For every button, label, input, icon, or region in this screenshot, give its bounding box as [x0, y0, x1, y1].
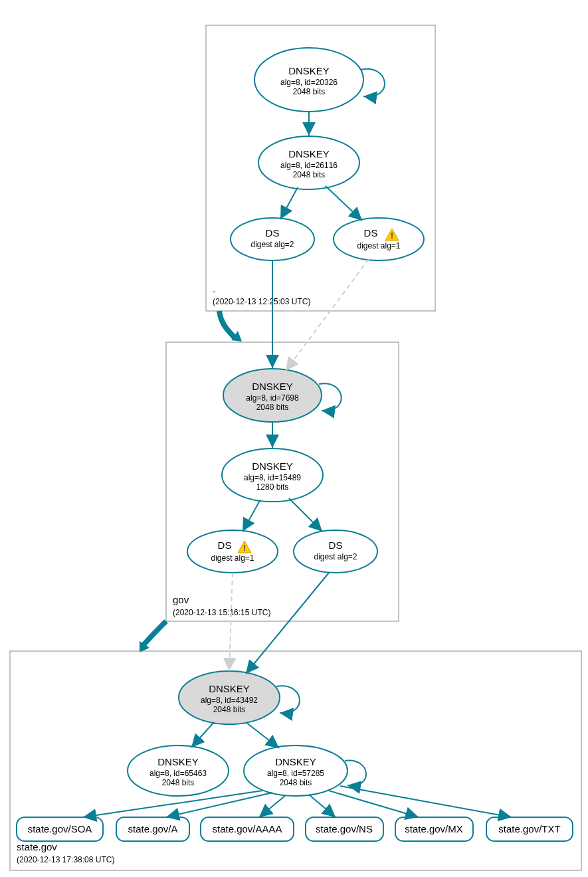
- zone-gov-timestamp: (2020-12-13 15:16:15 UTC): [173, 608, 270, 617]
- node-state-zsk2: DNSKEY alg=8, id=57285 2048 bits: [244, 745, 347, 796]
- svg-text:alg=8, id=26116: alg=8, id=26116: [280, 161, 338, 170]
- node-state-ksk: DNSKEY alg=8, id=43492 2048 bits: [179, 671, 280, 724]
- edge-root-zsk-ds2: [280, 187, 298, 219]
- svg-text:alg=8, id=57285: alg=8, id=57285: [267, 769, 324, 778]
- edge-root-ds1-gov-ksk: [286, 259, 369, 371]
- svg-text:!: !: [391, 231, 393, 241]
- svg-point-24: [187, 530, 278, 573]
- edge-state-ksk-zsk2: [246, 722, 279, 748]
- node-root-ksk: DNSKEY alg=8, id=20326 2048 bits: [254, 48, 363, 112]
- svg-text:state.gov/MX: state.gov/MX: [405, 823, 463, 834]
- edge-gov-ksk-self: [319, 383, 342, 411]
- svg-text:DNSKEY: DNSKEY: [288, 65, 330, 76]
- svg-text:DS: DS: [364, 227, 378, 239]
- edge-zsk2-ns: [309, 795, 336, 817]
- svg-text:digest alg=2: digest alg=2: [314, 552, 357, 561]
- zone-root-label: .: [213, 283, 215, 294]
- svg-text:digest alg=1: digest alg=1: [211, 553, 254, 563]
- record-aaaa: state.gov/AAAA: [201, 817, 294, 841]
- record-mx: state.gov/MX: [395, 817, 473, 841]
- svg-text:1280 bits: 1280 bits: [256, 482, 289, 492]
- edge-gov-zsk-ds1: [243, 500, 260, 532]
- node-gov-ds1: DS ! digest alg=1: [187, 530, 278, 573]
- edge-state-zsk2-self: [345, 761, 366, 786]
- edge-gov-ds2-state-ksk: [246, 573, 329, 674]
- svg-text:state.gov/TXT: state.gov/TXT: [498, 823, 560, 834]
- node-gov-ds2: DS digest alg=2: [294, 530, 377, 573]
- node-state-zsk1: DNSKEY alg=8, id=65463 2048 bits: [128, 745, 229, 796]
- svg-text:!: !: [243, 543, 246, 553]
- svg-text:state.gov/SOA: state.gov/SOA: [28, 823, 92, 834]
- svg-text:DNSKEY: DNSKEY: [252, 381, 293, 392]
- svg-point-9: [231, 218, 314, 260]
- edge-zsk2-aaaa: [259, 795, 286, 817]
- svg-text:state.gov/NS: state.gov/NS: [316, 823, 373, 834]
- edge-root-ksk-self: [361, 69, 385, 97]
- record-txt: state.gov/TXT: [486, 817, 573, 841]
- svg-text:alg=8, id=43492: alg=8, id=43492: [201, 696, 258, 705]
- zone-state-timestamp: (2020-12-13 17:38:08 UTC): [17, 855, 114, 864]
- svg-text:2048 bits: 2048 bits: [280, 778, 312, 787]
- zone-gov-label: gov: [173, 594, 189, 605]
- svg-text:alg=8, id=65463: alg=8, id=65463: [149, 769, 207, 778]
- record-soa: state.gov/SOA: [17, 817, 103, 841]
- svg-point-28: [294, 530, 377, 573]
- svg-text:DS: DS: [218, 539, 232, 551]
- svg-point-12: [334, 218, 424, 260]
- node-gov-ksk: DNSKEY alg=8, id=7698 2048 bits: [223, 369, 322, 422]
- svg-text:2048 bits: 2048 bits: [213, 705, 246, 714]
- svg-text:DNSKEY: DNSKEY: [288, 148, 330, 159]
- svg-text:digest alg=1: digest alg=1: [357, 241, 400, 250]
- record-a: state.gov/A: [116, 817, 189, 841]
- svg-text:DS: DS: [266, 227, 280, 239]
- svg-text:alg=8, id=20326: alg=8, id=20326: [280, 78, 338, 87]
- edge-gov-ds1-state-ksk: [229, 573, 233, 671]
- svg-text:DNSKEY: DNSKEY: [209, 683, 250, 694]
- svg-text:DNSKEY: DNSKEY: [275, 756, 316, 767]
- edge-root-zsk-ds1: [326, 186, 362, 221]
- edge-zsk2-mx: [329, 791, 419, 817]
- zone-arrow-gov-state: [143, 621, 166, 646]
- svg-text:DNSKEY: DNSKEY: [157, 756, 199, 767]
- zone-arrow-root-gov: [219, 311, 236, 339]
- edge-gov-zsk-ds2: [289, 498, 322, 532]
- svg-text:2048 bits: 2048 bits: [293, 87, 326, 96]
- svg-text:state.gov/A: state.gov/A: [128, 823, 177, 834]
- node-root-ds1: DS ! digest alg=1: [334, 218, 424, 260]
- dnssec-graph: . (2020-12-13 12:25:03 UTC) DNSKEY alg=8…: [0, 0, 588, 877]
- svg-text:alg=8, id=15489: alg=8, id=15489: [244, 473, 301, 482]
- node-root-ds2: DS digest alg=2: [231, 218, 314, 260]
- svg-text:2048 bits: 2048 bits: [256, 403, 289, 412]
- svg-text:DS: DS: [329, 539, 343, 551]
- svg-text:state.gov/AAAA: state.gov/AAAA: [212, 823, 282, 834]
- svg-text:digest alg=2: digest alg=2: [250, 240, 294, 249]
- node-root-zsk: DNSKEY alg=8, id=26116 2048 bits: [258, 136, 359, 189]
- svg-text:2048 bits: 2048 bits: [162, 778, 195, 787]
- node-gov-zsk: DNSKEY alg=8, id=15489 1280 bits: [222, 448, 323, 502]
- svg-text:2048 bits: 2048 bits: [293, 170, 326, 179]
- svg-text:DNSKEY: DNSKEY: [252, 460, 293, 472]
- edge-state-ksk-zsk1: [191, 722, 214, 747]
- record-ns: state.gov/NS: [306, 817, 383, 841]
- zone-root-timestamp: (2020-12-13 12:25:03 UTC): [213, 297, 310, 306]
- svg-text:alg=8, id=7698: alg=8, id=7698: [246, 393, 299, 403]
- zone-state-label: state.gov: [17, 841, 57, 852]
